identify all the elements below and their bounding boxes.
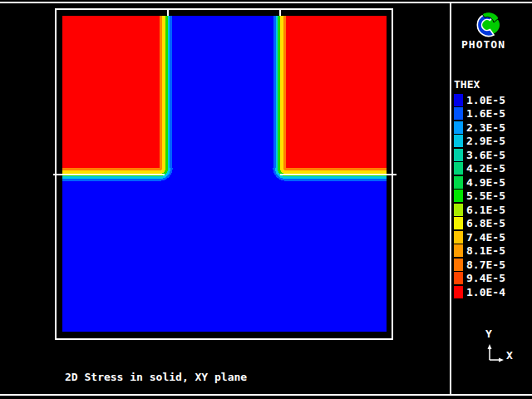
legend-value: 7.4E-5 [466, 232, 505, 243]
legend-swatch [454, 121, 463, 134]
brand-label: PHOTON [461, 39, 505, 50]
plot-caption: 2D Stress in solid, XY plane [65, 372, 247, 382]
axis-arrows-icon [479, 341, 509, 366]
legend-entry: 3.6E-5 [454, 148, 505, 162]
legend-entry: 4.9E-5 [454, 175, 505, 190]
screen-border-bottom [0, 394, 532, 396]
axis-x-label: X [506, 350, 513, 361]
legend-value: 2.9E-5 [466, 135, 505, 146]
screen-border-top [0, 2, 532, 3]
axis-y-label: Y [485, 328, 492, 339]
interface-line-left [53, 174, 165, 175]
legend-value: 1.0E-4 [466, 287, 505, 298]
legend-value: 4.2E-5 [466, 163, 505, 174]
legend-value: 3.6E-5 [466, 150, 505, 160]
legend-entry: 2.3E-5 [454, 121, 505, 135]
legend-swatch [454, 259, 463, 271]
legend-swatch [454, 286, 463, 298]
legend-swatch [454, 94, 463, 106]
interface-line-right [280, 174, 397, 175]
legend-entry: 1.0E-4 [454, 285, 505, 299]
legend-value: 2.3E-5 [466, 122, 505, 133]
legend-value: 8.7E-5 [466, 259, 505, 270]
legend-swatch [454, 204, 463, 216]
panel-separator [450, 2, 451, 396]
legend-value: 8.1E-5 [466, 245, 505, 256]
legend-swatch [454, 272, 463, 284]
legend-value: 6.1E-5 [466, 204, 505, 215]
legend-value: 4.9E-5 [466, 177, 505, 188]
legend-entry: 9.4E-5 [454, 272, 505, 286]
legend-entry: 7.4E-5 [454, 230, 505, 244]
legend-swatch [454, 107, 463, 120]
legend-entries: 1.0E-51.6E-52.3E-52.9E-53.6E-54.2E-54.9E… [454, 93, 505, 299]
legend-entry: 8.7E-5 [454, 258, 505, 272]
legend-value: 1.6E-5 [466, 108, 505, 119]
legend-entry: 1.0E-5 [454, 93, 505, 107]
tick-top-left [167, 8, 169, 16]
photon-logo-icon [470, 8, 507, 42]
legend-swatch [454, 135, 463, 147]
legend-swatch [454, 149, 463, 161]
legend-entry: 8.1E-5 [454, 244, 505, 259]
legend-title: THEX [454, 79, 480, 90]
legend-swatch [454, 244, 463, 257]
legend-value: 1.0E-5 [466, 95, 505, 106]
legend-entry: 5.5E-5 [454, 190, 505, 204]
legend-swatch [454, 190, 463, 202]
photon-screen: PHOTON THEX 1.0E-51.6E-52.3E-52.9E-53.6E… [0, 0, 532, 399]
legend-entry: 6.1E-5 [454, 203, 505, 217]
legend-value: 9.4E-5 [466, 273, 505, 283]
legend-value: 5.5E-5 [466, 190, 505, 201]
legend-swatch [454, 162, 463, 175]
legend-entry: 1.6E-5 [454, 107, 505, 121]
tick-top-right [279, 8, 281, 16]
legend-entry: 4.2E-5 [454, 162, 505, 176]
legend-value: 6.8E-5 [466, 218, 505, 229]
legend-entry: 6.8E-5 [454, 217, 505, 231]
legend-entry: 2.9E-5 [454, 135, 505, 149]
legend-swatch [454, 231, 463, 244]
legend-swatch [454, 217, 463, 229]
legend-swatch [454, 176, 463, 189]
